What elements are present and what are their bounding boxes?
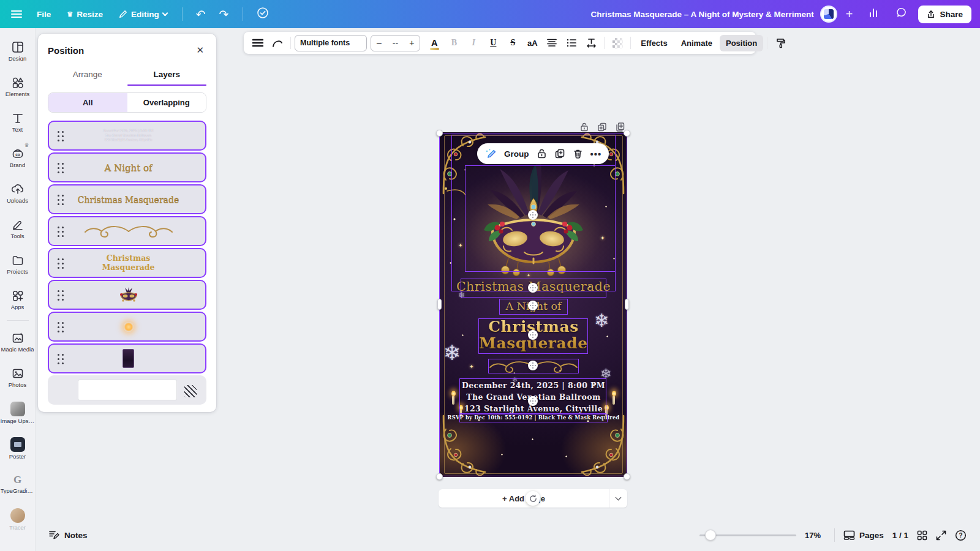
layer-item-mask-image[interactable]	[48, 280, 206, 310]
close-icon[interactable]: ✕	[194, 43, 206, 57]
lock-page-icon[interactable]	[579, 122, 589, 132]
delete-icon[interactable]	[573, 148, 583, 159]
sidebar-item-brand[interactable]: ♛ co Brand	[0, 140, 36, 175]
drag-handle-details[interactable]	[528, 396, 538, 406]
resize-handle-bottom-left[interactable]	[436, 473, 443, 480]
file-menu-button[interactable]: File	[31, 6, 57, 23]
redo-button[interactable]: ↷	[214, 6, 234, 23]
pages-button[interactable]: Pages	[843, 530, 884, 540]
animate-button[interactable]: Animate	[675, 35, 718, 51]
layer-item-background[interactable]	[48, 375, 206, 405]
drag-handle-mask[interactable]	[528, 210, 538, 220]
sidebar-item-tracer[interactable]: Tracer	[0, 501, 36, 537]
list-icon[interactable]	[562, 34, 581, 51]
text-color-button[interactable]: A	[425, 34, 443, 51]
curve-text-icon[interactable]	[268, 34, 287, 51]
strikethrough-button[interactable]: S	[503, 34, 522, 51]
duplicate-icon[interactable]	[554, 148, 565, 159]
grid-view-button[interactable]	[917, 530, 927, 541]
drag-handle-icon[interactable]	[54, 353, 70, 365]
text-align-icon[interactable]	[543, 34, 561, 51]
filter-all[interactable]: All	[48, 93, 127, 112]
document-title[interactable]: Christmas Masquerade – A Night of Myster…	[590, 10, 813, 19]
share-button[interactable]: Share	[918, 6, 971, 23]
layer-item-main-title-text[interactable]: ChristmasMasquerade	[48, 248, 206, 278]
notes-button[interactable]: Notes	[49, 530, 88, 540]
undo-button[interactable]: ↶	[191, 6, 211, 23]
layer-item-flourish[interactable]	[48, 216, 206, 246]
add-page-icon[interactable]	[615, 122, 625, 132]
lock-icon[interactable]	[537, 148, 547, 159]
sidebar-item-design[interactable]: Design	[0, 33, 36, 69]
drag-handle-icon[interactable]	[54, 321, 70, 333]
copy-style-icon[interactable]	[771, 34, 790, 51]
more-options-button[interactable]: •••	[590, 149, 602, 159]
group-button[interactable]: Group	[504, 149, 529, 159]
sidebar-item-magic-media[interactable]: Magic Media	[0, 324, 36, 359]
layer-item-details-text[interactable]: December 24th, 2025 | 8:00 PM The Grand …	[48, 121, 206, 151]
avatar[interactable]	[820, 6, 837, 23]
font-size-increase[interactable]: +	[404, 38, 420, 48]
layer-item-poster-image[interactable]	[48, 343, 206, 373]
resize-handle-right[interactable]	[625, 299, 629, 310]
bold-button[interactable]: B	[445, 34, 463, 51]
main-menu-icon[interactable]	[11, 10, 22, 18]
letter-spacing-icon[interactable]	[582, 34, 600, 51]
cloud-save-status-icon[interactable]	[252, 6, 274, 23]
tab-layers[interactable]: Layers	[127, 64, 207, 85]
italic-button[interactable]: I	[464, 34, 483, 51]
drag-handle-subtitle[interactable]	[528, 301, 538, 310]
zoom-level[interactable]: 17%	[805, 531, 826, 540]
drag-handle-icon[interactable]	[54, 162, 70, 174]
resize-handle-left[interactable]	[437, 299, 442, 310]
sidebar-item-apps[interactable]: Apps	[0, 282, 36, 317]
sidebar-item-elements[interactable]: Elements	[0, 69, 36, 104]
transparency-stripes-icon[interactable]	[184, 385, 197, 397]
font-size-decrease[interactable]: –	[371, 38, 387, 48]
sidebar-item-typegradient[interactable]: G TypeGradie...	[0, 466, 36, 501]
resize-button[interactable]: ♛ Resize	[61, 6, 109, 23]
drag-handle-icon[interactable]	[54, 289, 70, 301]
layer-item-subtitle-text[interactable]: A Night of	[48, 152, 206, 182]
poster-rsvp-text[interactable]: RSVP by Dec 10th: 555-0192 | Black Tie &…	[440, 414, 627, 421]
add-page-dropdown[interactable]	[609, 489, 627, 508]
zoom-slider-handle[interactable]	[705, 530, 716, 541]
invite-plus-button[interactable]: +	[841, 6, 858, 23]
tab-arrange[interactable]: Arrange	[48, 64, 127, 85]
drag-handle-flourish[interactable]	[528, 361, 538, 370]
transparency-button[interactable]	[608, 34, 627, 51]
magic-edit-icon[interactable]	[484, 148, 497, 160]
font-family-selector[interactable]: Multiple fonts	[295, 35, 367, 51]
sidebar-item-image-upscaler[interactable]: Image Upsc...	[0, 395, 36, 430]
effects-button[interactable]: Effects	[635, 35, 673, 51]
help-button[interactable]: ?	[955, 530, 967, 541]
spacing-lines-icon[interactable]	[249, 34, 267, 51]
font-size-value[interactable]: --	[387, 38, 404, 48]
filter-overlapping[interactable]: Overlapping	[127, 93, 206, 112]
insights-chart-icon[interactable]	[864, 6, 884, 23]
sidebar-item-tools[interactable]: Tools	[0, 211, 36, 246]
resize-handle-bottom-right[interactable]	[624, 473, 630, 480]
drag-handle-title-outline[interactable]	[528, 283, 538, 293]
fullscreen-button[interactable]	[936, 530, 946, 541]
background-color-swatch[interactable]	[78, 380, 176, 400]
drag-handle-icon[interactable]	[54, 130, 70, 142]
layer-item-title-outline-text[interactable]: Christmas Masquerade	[48, 184, 206, 214]
resize-handle-top-left[interactable]	[436, 130, 443, 137]
editing-mode-button[interactable]: Editing	[113, 6, 173, 23]
drag-handle-icon[interactable]	[54, 193, 70, 206]
underline-button[interactable]: U	[484, 34, 502, 51]
sidebar-item-poster-app[interactable]: Poster	[0, 430, 36, 466]
comments-icon[interactable]	[891, 6, 912, 23]
resize-handle-top-right[interactable]	[624, 130, 630, 137]
duplicate-page-icon[interactable]	[597, 122, 607, 132]
layer-item-glow-image[interactable]	[48, 312, 206, 342]
drag-handle-icon[interactable]	[54, 225, 70, 238]
drag-handle-icon[interactable]	[54, 257, 70, 269]
sidebar-item-uploads[interactable]: Uploads	[0, 175, 36, 211]
sidebar-item-projects[interactable]: Projects	[0, 246, 36, 282]
sidebar-item-text[interactable]: Text	[0, 104, 36, 140]
drag-handle-main-title[interactable]	[528, 330, 538, 340]
zoom-slider[interactable]	[699, 534, 796, 536]
position-button[interactable]: Position	[720, 35, 763, 51]
